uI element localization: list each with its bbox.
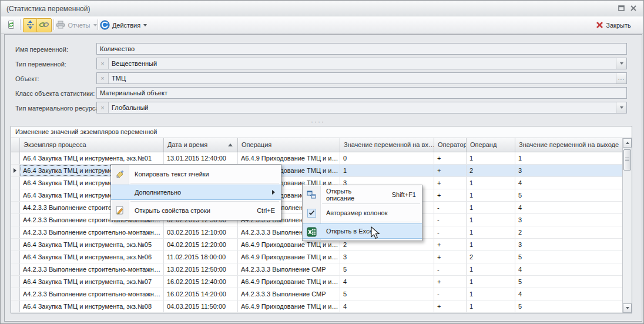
cell[interactable]: 1 xyxy=(467,276,515,288)
material-resource-type-field[interactable]: × Глобальный xyxy=(96,102,627,113)
cell[interactable]: А6.4 Закупка ТМЦ и инструмента, экз.№05 xyxy=(20,239,164,250)
cell[interactable]: 4 xyxy=(515,202,622,213)
menu-item-copy-cell-text[interactable]: Копировать текст ячейки xyxy=(111,166,281,182)
table-row[interactable]: А6.4 Закупка ТМЦ и инструмеА6.4.9 Приход… xyxy=(11,165,622,177)
cell[interactable]: 4 xyxy=(515,263,622,275)
menu-item-more[interactable]: Дополнительно xyxy=(111,185,281,200)
cell[interactable]: + xyxy=(434,189,467,201)
column-header-value-out[interactable]: Значение переменной на выходе xyxy=(515,138,622,152)
cell[interactable]: 1 xyxy=(467,239,515,250)
cell[interactable]: 4 xyxy=(515,177,622,189)
link-toggle[interactable] xyxy=(36,18,52,32)
cell[interactable]: 2 xyxy=(467,251,515,263)
cell[interactable]: 1 xyxy=(467,202,515,213)
cell[interactable]: 1 xyxy=(467,288,515,300)
close-button[interactable]: Закрыть xyxy=(589,18,638,32)
submenu-item-open-in-excel[interactable]: Открыть в Excel xyxy=(303,223,422,239)
cell[interactable]: 04.02.2015 12:20:00 xyxy=(164,239,238,250)
cell[interactable]: А6.4.9 Приходование ТМЦ и и… xyxy=(238,300,340,312)
reports-button[interactable]: Отчеты xyxy=(56,18,97,32)
maximize-button[interactable] xyxy=(615,4,628,14)
column-header-datetime[interactable]: Дата и время xyxy=(164,138,238,152)
cell[interactable]: А6.4.9 Приходование ТМЦ и и… xyxy=(238,251,340,263)
cell[interactable]: 4 xyxy=(515,288,622,300)
scroll-up-button[interactable] xyxy=(623,138,632,148)
table-row[interactable]: А6.4 Закупка ТМЦ и инструмента, экз.№080… xyxy=(11,300,622,313)
cell[interactable]: + xyxy=(434,177,467,189)
splitter-handle[interactable]: ···· xyxy=(1,118,635,126)
cell[interactable]: А4.2.3.3 Выполнение строительно-монтажн… xyxy=(20,263,164,275)
cell[interactable]: 5 xyxy=(515,189,622,201)
cell[interactable]: А6.4.9 Приходование ТМЦ и и… xyxy=(238,152,340,164)
column-header-operator[interactable]: Оператор xyxy=(434,138,467,152)
cell[interactable]: 1 xyxy=(467,263,515,275)
cell[interactable]: + xyxy=(434,239,467,250)
cell[interactable]: А4.2.3.3.3 Выполнение СМР xyxy=(238,263,340,275)
object-field[interactable]: × ТМЦ ... xyxy=(96,72,627,84)
column-header-operation[interactable]: Операция xyxy=(238,138,340,152)
cell[interactable]: А6.4.9 Приходование ТМЦ и и… xyxy=(238,276,340,288)
submenu-item-autosize-columns[interactable]: Авторазмер колонок xyxy=(303,205,422,221)
clear-value-button[interactable]: × xyxy=(97,102,109,113)
cell[interactable]: - xyxy=(434,263,467,275)
cell[interactable]: + xyxy=(434,152,467,164)
actions-button[interactable]: Действия xyxy=(100,18,146,32)
cell[interactable]: 1 xyxy=(467,226,515,238)
cell[interactable]: 0 xyxy=(340,152,434,164)
variable-type-dropdown-button[interactable] xyxy=(616,58,626,69)
scroll-down-button[interactable] xyxy=(623,303,632,313)
column-header-operand[interactable]: Операнд xyxy=(467,138,515,152)
cell[interactable]: + xyxy=(434,251,467,263)
cell[interactable]: 1 xyxy=(515,152,622,164)
cell[interactable]: - xyxy=(434,226,467,238)
column-header-process-instance[interactable]: Экземпляр процесса xyxy=(20,138,164,152)
cell[interactable]: 3 xyxy=(515,239,622,250)
vertical-scrollbar[interactable] xyxy=(622,138,632,313)
table-row[interactable]: А6.4 Закупка ТМЦ и инструмента, экз.№061… xyxy=(11,251,622,263)
variable-type-field[interactable]: × Вещественный xyxy=(96,58,627,69)
cell[interactable]: 1 xyxy=(467,152,515,164)
scrollbar-thumb[interactable] xyxy=(623,149,631,171)
cell[interactable]: 2 xyxy=(467,165,515,176)
cell[interactable]: А4.2.3.3.3 Выполнение СМР xyxy=(238,288,340,300)
cell[interactable]: 04.03.2015 11:50:00 xyxy=(164,300,238,312)
cell[interactable]: 3 xyxy=(515,165,622,176)
table-row[interactable]: А4.2.3.3 Выполнение строительно-монтажн…… xyxy=(11,263,622,276)
cell[interactable]: А6.4 Закупка ТМЦ и инструмента, экз.№07 xyxy=(20,276,164,288)
cell[interactable]: 13.01.2015 12:40:00 xyxy=(164,152,238,164)
cell[interactable]: 4 xyxy=(340,276,434,288)
refresh-button[interactable] xyxy=(4,18,18,32)
cell[interactable]: 5 xyxy=(515,276,622,288)
autofit-rows-toggle[interactable] xyxy=(23,18,38,32)
cell[interactable]: + xyxy=(434,165,467,176)
cell[interactable]: + xyxy=(434,300,467,312)
object-lookup-button[interactable]: ... xyxy=(616,73,626,83)
cell[interactable]: 5 xyxy=(515,300,622,312)
cell[interactable]: 11.02.2015 18:00:00 xyxy=(164,251,238,263)
statistics-class-field[interactable]: Материальный объект xyxy=(96,87,627,99)
cell[interactable]: - xyxy=(434,288,467,300)
cell[interactable]: 5 xyxy=(340,288,434,300)
cell[interactable]: 1 xyxy=(467,189,515,201)
cell[interactable]: А4.2.3.3 Выполнение строительно-монтажн… xyxy=(20,226,164,238)
clear-value-button[interactable]: × xyxy=(97,58,109,69)
cell[interactable]: 03.02.2015 12:10:00 xyxy=(164,226,238,238)
cell[interactable]: 4 xyxy=(340,300,434,312)
cell[interactable]: 1 xyxy=(467,177,515,189)
cell[interactable]: 1 xyxy=(467,300,515,312)
cell[interactable]: + xyxy=(434,276,467,288)
cell[interactable]: 5 xyxy=(515,251,622,263)
cell[interactable]: 5 xyxy=(340,263,434,275)
cell[interactable]: - xyxy=(434,202,467,213)
cell[interactable]: 2 xyxy=(515,226,622,238)
variable-name-field[interactable]: Количество xyxy=(96,43,627,55)
cell[interactable]: 16.02.2015 14:20:00 xyxy=(164,288,238,300)
cell[interactable]: А6.4 Закупка ТМЦ и инструмента, экз.№06 xyxy=(20,251,164,263)
cell[interactable]: 3 xyxy=(340,251,434,263)
cell[interactable]: А6.4 Закупка ТМЦ и инструмента, экз.№01 xyxy=(20,152,164,164)
table-row[interactable]: А4.2.3.3 Выполнение строительно-монтажн…… xyxy=(11,288,622,300)
menu-item-open-row-properties[interactable]: Открыть свойства строки Ctrl+E xyxy=(111,203,281,218)
table-row[interactable]: А6.4 Закупка ТМЦ и инструмента, экз.№011… xyxy=(11,152,622,165)
clear-value-button[interactable]: × xyxy=(97,73,109,83)
cell[interactable]: 16.02.2015 12:40:00 xyxy=(164,276,238,288)
